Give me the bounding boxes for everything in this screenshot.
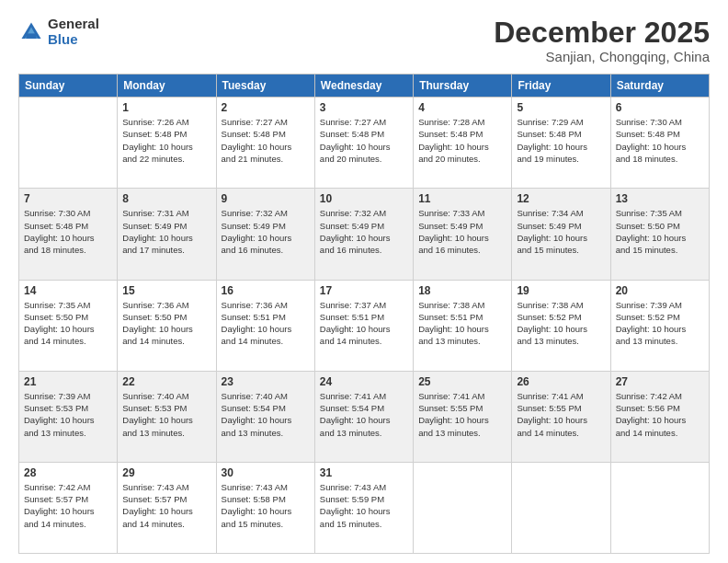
- calendar-cell: 8Sunrise: 7:31 AM Sunset: 5:49 PM Daylig…: [118, 189, 216, 280]
- day-info: Sunrise: 7:35 AM Sunset: 5:50 PM Dayligh…: [616, 207, 704, 256]
- calendar-cell: 4Sunrise: 7:28 AM Sunset: 5:48 PM Daylig…: [414, 98, 512, 189]
- calendar-cell: 25Sunrise: 7:41 AM Sunset: 5:55 PM Dayli…: [414, 371, 512, 462]
- calendar-cell: 23Sunrise: 7:40 AM Sunset: 5:54 PM Dayli…: [216, 371, 314, 462]
- day-number: 13: [616, 192, 704, 205]
- day-number: 12: [517, 192, 605, 205]
- calendar-cell: 14Sunrise: 7:35 AM Sunset: 5:50 PM Dayli…: [19, 280, 118, 371]
- day-info: Sunrise: 7:27 AM Sunset: 5:48 PM Dayligh…: [222, 116, 310, 165]
- day-info: Sunrise: 7:43 AM Sunset: 5:58 PM Dayligh…: [222, 481, 310, 530]
- day-number: 30: [222, 466, 310, 479]
- day-info: Sunrise: 7:30 AM Sunset: 5:48 PM Dayligh…: [24, 207, 112, 256]
- calendar-cell: 31Sunrise: 7:43 AM Sunset: 5:59 PM Dayli…: [314, 462, 413, 553]
- day-info: Sunrise: 7:38 AM Sunset: 5:52 PM Dayligh…: [517, 299, 605, 348]
- day-info: Sunrise: 7:32 AM Sunset: 5:49 PM Dayligh…: [320, 207, 408, 256]
- logo-text: General Blue: [48, 17, 99, 47]
- svg-rect-2: [26, 33, 36, 39]
- day-number: 16: [222, 284, 310, 297]
- calendar-cell: 3Sunrise: 7:27 AM Sunset: 5:48 PM Daylig…: [314, 98, 413, 189]
- day-info: Sunrise: 7:29 AM Sunset: 5:48 PM Dayligh…: [517, 116, 605, 165]
- day-number: 20: [616, 284, 704, 297]
- day-info: Sunrise: 7:27 AM Sunset: 5:48 PM Dayligh…: [320, 116, 408, 165]
- logo: General Blue: [18, 17, 99, 47]
- day-info: Sunrise: 7:34 AM Sunset: 5:49 PM Dayligh…: [517, 207, 605, 256]
- calendar-cell: 29Sunrise: 7:43 AM Sunset: 5:57 PM Dayli…: [118, 462, 216, 553]
- logo-icon: [18, 19, 44, 45]
- day-info: Sunrise: 7:32 AM Sunset: 5:49 PM Dayligh…: [222, 207, 310, 256]
- calendar-cell: 11Sunrise: 7:33 AM Sunset: 5:49 PM Dayli…: [414, 189, 512, 280]
- day-number: 7: [24, 192, 112, 205]
- calendar-cell: [19, 98, 118, 189]
- calendar-cell: 5Sunrise: 7:29 AM Sunset: 5:48 PM Daylig…: [512, 98, 610, 189]
- day-number: 25: [418, 375, 506, 388]
- weekday-header-sunday: Sunday: [19, 75, 118, 98]
- page: General Blue December 2025 Sanjian, Chon…: [0, 0, 728, 563]
- day-number: 17: [320, 284, 408, 297]
- day-number: 21: [24, 375, 112, 388]
- day-number: 14: [24, 284, 112, 297]
- day-number: 19: [517, 284, 605, 297]
- calendar-cell: [512, 462, 610, 553]
- day-info: Sunrise: 7:40 AM Sunset: 5:54 PM Dayligh…: [222, 390, 310, 439]
- calendar-cell: 22Sunrise: 7:40 AM Sunset: 5:53 PM Dayli…: [118, 371, 216, 462]
- day-number: 18: [418, 284, 506, 297]
- day-number: 8: [122, 192, 210, 205]
- calendar-cell: 24Sunrise: 7:41 AM Sunset: 5:54 PM Dayli…: [314, 371, 413, 462]
- calendar-cell: 20Sunrise: 7:39 AM Sunset: 5:52 PM Dayli…: [610, 280, 709, 371]
- calendar-cell: 9Sunrise: 7:32 AM Sunset: 5:49 PM Daylig…: [216, 189, 314, 280]
- weekday-header-thursday: Thursday: [414, 75, 512, 98]
- weekday-header-friday: Friday: [512, 75, 610, 98]
- day-number: 23: [222, 375, 310, 388]
- calendar-cell: 28Sunrise: 7:42 AM Sunset: 5:57 PM Dayli…: [19, 462, 118, 553]
- calendar-cell: 16Sunrise: 7:36 AM Sunset: 5:51 PM Dayli…: [216, 280, 314, 371]
- weekday-header-tuesday: Tuesday: [216, 75, 314, 98]
- day-info: Sunrise: 7:30 AM Sunset: 5:48 PM Dayligh…: [616, 116, 704, 165]
- calendar-cell: 6Sunrise: 7:30 AM Sunset: 5:48 PM Daylig…: [610, 98, 709, 189]
- day-number: 24: [320, 375, 408, 388]
- day-info: Sunrise: 7:43 AM Sunset: 5:57 PM Dayligh…: [122, 481, 210, 530]
- calendar-cell: 10Sunrise: 7:32 AM Sunset: 5:49 PM Dayli…: [314, 189, 413, 280]
- day-number: 29: [122, 466, 210, 479]
- day-number: 10: [320, 192, 408, 205]
- day-info: Sunrise: 7:37 AM Sunset: 5:51 PM Dayligh…: [320, 299, 408, 348]
- calendar-cell: 13Sunrise: 7:35 AM Sunset: 5:50 PM Dayli…: [610, 189, 709, 280]
- day-info: Sunrise: 7:43 AM Sunset: 5:59 PM Dayligh…: [320, 481, 408, 530]
- day-number: 11: [418, 192, 506, 205]
- day-info: Sunrise: 7:28 AM Sunset: 5:48 PM Dayligh…: [418, 116, 506, 165]
- calendar-cell: 21Sunrise: 7:39 AM Sunset: 5:53 PM Dayli…: [19, 371, 118, 462]
- week-row-2: 7Sunrise: 7:30 AM Sunset: 5:48 PM Daylig…: [19, 189, 710, 280]
- day-info: Sunrise: 7:41 AM Sunset: 5:55 PM Dayligh…: [517, 390, 605, 439]
- day-info: Sunrise: 7:36 AM Sunset: 5:50 PM Dayligh…: [122, 299, 210, 348]
- day-info: Sunrise: 7:42 AM Sunset: 5:56 PM Dayligh…: [616, 390, 704, 439]
- day-number: 28: [24, 466, 112, 479]
- month-title: December 2025: [494, 17, 710, 49]
- day-info: Sunrise: 7:41 AM Sunset: 5:55 PM Dayligh…: [418, 390, 506, 439]
- day-number: 4: [418, 101, 506, 114]
- calendar-cell: 18Sunrise: 7:38 AM Sunset: 5:51 PM Dayli…: [414, 280, 512, 371]
- logo-general-text: General: [48, 17, 99, 32]
- day-info: Sunrise: 7:39 AM Sunset: 5:52 PM Dayligh…: [616, 299, 704, 348]
- weekday-header-wednesday: Wednesday: [314, 75, 413, 98]
- day-info: Sunrise: 7:33 AM Sunset: 5:49 PM Dayligh…: [418, 207, 506, 256]
- day-number: 27: [616, 375, 704, 388]
- day-info: Sunrise: 7:39 AM Sunset: 5:53 PM Dayligh…: [24, 390, 112, 439]
- calendar-cell: 30Sunrise: 7:43 AM Sunset: 5:58 PM Dayli…: [216, 462, 314, 553]
- week-row-5: 28Sunrise: 7:42 AM Sunset: 5:57 PM Dayli…: [19, 462, 710, 553]
- calendar-cell: 15Sunrise: 7:36 AM Sunset: 5:50 PM Dayli…: [118, 280, 216, 371]
- location-subtitle: Sanjian, Chongqing, China: [494, 49, 710, 64]
- weekday-header-row: SundayMondayTuesdayWednesdayThursdayFrid…: [19, 75, 710, 98]
- day-number: 5: [517, 101, 605, 114]
- calendar-cell: 7Sunrise: 7:30 AM Sunset: 5:48 PM Daylig…: [19, 189, 118, 280]
- logo-blue-text: Blue: [48, 32, 99, 48]
- day-number: 9: [222, 192, 310, 205]
- calendar-cell: 27Sunrise: 7:42 AM Sunset: 5:56 PM Dayli…: [610, 371, 709, 462]
- header: General Blue December 2025 Sanjian, Chon…: [18, 17, 710, 64]
- day-info: Sunrise: 7:31 AM Sunset: 5:49 PM Dayligh…: [122, 207, 210, 256]
- calendar: SundayMondayTuesdayWednesdayThursdayFrid…: [18, 74, 710, 554]
- day-info: Sunrise: 7:36 AM Sunset: 5:51 PM Dayligh…: [222, 299, 310, 348]
- day-number: 6: [616, 101, 704, 114]
- day-info: Sunrise: 7:41 AM Sunset: 5:54 PM Dayligh…: [320, 390, 408, 439]
- calendar-cell: 2Sunrise: 7:27 AM Sunset: 5:48 PM Daylig…: [216, 98, 314, 189]
- week-row-1: 1Sunrise: 7:26 AM Sunset: 5:48 PM Daylig…: [19, 98, 710, 189]
- calendar-cell: 26Sunrise: 7:41 AM Sunset: 5:55 PM Dayli…: [512, 371, 610, 462]
- day-info: Sunrise: 7:26 AM Sunset: 5:48 PM Dayligh…: [122, 116, 210, 165]
